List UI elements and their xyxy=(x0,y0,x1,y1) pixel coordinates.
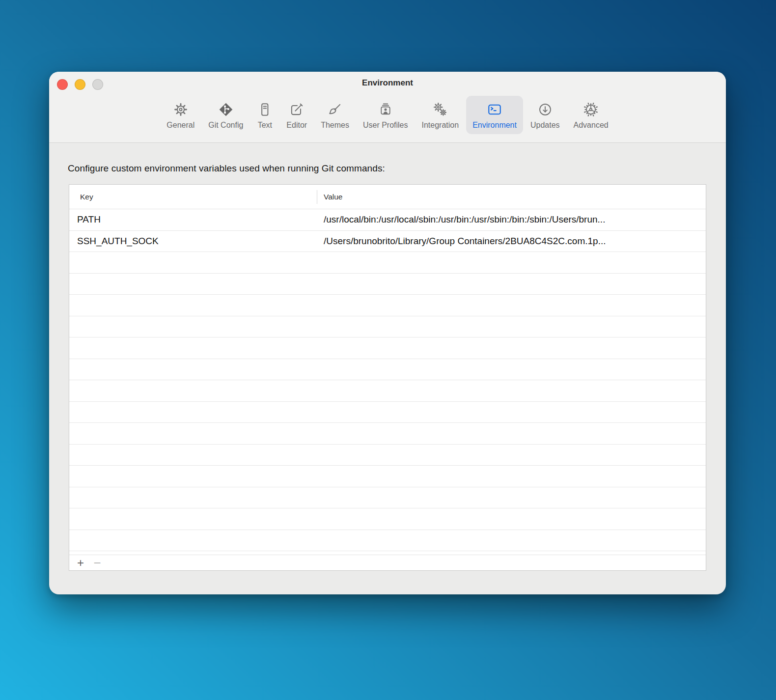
empty-table-row[interactable] xyxy=(69,487,706,509)
tab-integration-label: Integration xyxy=(422,121,459,130)
row-value: /usr/local/bin:/usr/local/sbin:/usr/bin:… xyxy=(317,214,706,225)
gear-icon xyxy=(173,100,189,119)
tab-updates[interactable]: Updates xyxy=(524,96,566,134)
empty-table-row[interactable] xyxy=(69,359,706,381)
empty-table-row[interactable] xyxy=(69,316,706,338)
tab-environment-label: Environment xyxy=(472,121,517,130)
contact-card-icon xyxy=(378,100,393,119)
tab-git-config[interactable]: Git Config xyxy=(202,96,249,134)
empty-table-row[interactable] xyxy=(69,508,706,530)
tab-text-label: Text xyxy=(258,121,272,130)
tab-environment[interactable]: Environment xyxy=(466,96,523,134)
row-key: PATH xyxy=(69,214,317,225)
empty-table-row[interactable] xyxy=(69,252,706,274)
table-footer: + − xyxy=(69,555,706,570)
tab-themes[interactable]: Themes xyxy=(314,96,356,134)
square-pencil-icon xyxy=(289,100,305,119)
tab-advanced-label: Advanced xyxy=(574,121,609,130)
table-header: Key Value xyxy=(69,185,706,209)
column-header-value[interactable]: Value xyxy=(317,193,706,201)
preferences-window: Environment General xyxy=(49,72,726,594)
document-icon xyxy=(257,100,273,119)
pane-description: Configure custom environment variables u… xyxy=(68,163,707,174)
empty-table-row[interactable] xyxy=(69,530,706,552)
table-row[interactable]: PATH/usr/local/bin:/usr/local/sbin:/usr/… xyxy=(69,209,706,231)
tab-general[interactable]: General xyxy=(160,96,201,134)
tab-editor[interactable]: Editor xyxy=(280,96,313,134)
tab-editor-label: Editor xyxy=(286,121,307,130)
remove-variable-button[interactable]: − xyxy=(91,557,104,569)
empty-table-row[interactable] xyxy=(69,337,706,359)
tab-user-profiles-label: User Profiles xyxy=(363,121,408,130)
tab-themes-label: Themes xyxy=(321,121,349,130)
table-spacer xyxy=(69,551,706,555)
empty-table-row[interactable] xyxy=(69,466,706,487)
empty-table-row[interactable] xyxy=(69,295,706,316)
tab-advanced[interactable]: Advanced xyxy=(567,96,615,134)
git-diamond-icon xyxy=(218,100,234,119)
titlebar: Environment General xyxy=(49,72,726,143)
tab-general-label: General xyxy=(166,121,194,130)
column-header-key[interactable]: Key xyxy=(69,193,317,201)
row-key: SSH_AUTH_SOCK xyxy=(69,236,317,247)
terminal-icon xyxy=(487,100,502,119)
empty-table-row[interactable] xyxy=(69,380,706,402)
empty-table-row[interactable] xyxy=(69,402,706,423)
tab-integration[interactable]: Integration xyxy=(416,96,466,134)
env-variables-table: Key Value PATH/usr/local/bin:/usr/local/… xyxy=(69,184,706,571)
tab-git-config-label: Git Config xyxy=(208,121,243,130)
row-value: /Users/brunobrito/Library/Group Containe… xyxy=(317,236,706,247)
empty-table-row[interactable] xyxy=(69,274,706,295)
two-gears-icon xyxy=(432,100,448,119)
tab-updates-label: Updates xyxy=(530,121,560,130)
empty-table-row[interactable] xyxy=(69,423,706,445)
paintbrush-icon xyxy=(327,100,343,119)
environment-pane: Configure custom environment variables u… xyxy=(49,143,726,571)
toolbar-tabs: General Git Config xyxy=(49,96,726,134)
add-variable-button[interactable]: + xyxy=(74,557,87,569)
download-circle-icon xyxy=(537,100,553,119)
tab-text[interactable]: Text xyxy=(250,96,279,134)
empty-table-row[interactable] xyxy=(69,445,706,466)
table-rows: PATH/usr/local/bin:/usr/local/sbin:/usr/… xyxy=(69,209,706,551)
cog-spokes-icon xyxy=(583,100,599,119)
tab-user-profiles[interactable]: User Profiles xyxy=(357,96,415,134)
table-row[interactable]: SSH_AUTH_SOCK/Users/brunobrito/Library/G… xyxy=(69,231,706,252)
window-title: Environment xyxy=(49,78,726,88)
